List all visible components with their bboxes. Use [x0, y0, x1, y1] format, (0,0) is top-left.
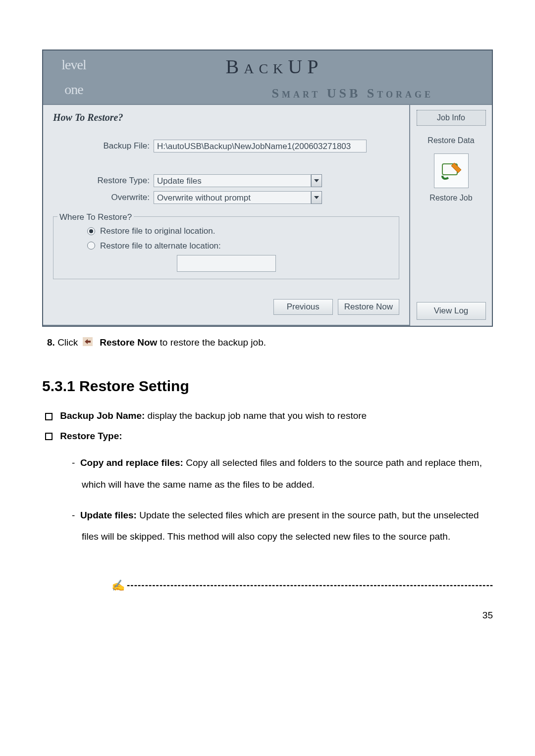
bullet-backup-job-name: Backup Job Name: display the backup job … — [45, 409, 493, 423]
dropdown-icon[interactable] — [311, 191, 322, 204]
backup-file-input[interactable]: H:\autoUSB\Backup\NewJobName1(2006032718… — [154, 140, 367, 152]
backup-file-row: Backup File: H:\autoUSB\Backup\NewJobNam… — [53, 140, 399, 152]
checkbox-bullet-icon — [45, 413, 53, 420]
restore-now-small-icon — [83, 336, 93, 351]
backup-file-label: Backup File: — [53, 140, 150, 152]
backup-app-window: level one BackUP Smart USB Storage How T… — [42, 50, 493, 327]
header-titles: BackUP Smart USB Storage — [96, 52, 483, 103]
restore-job-label: Restore Job — [429, 192, 472, 204]
step-8-click: Click — [57, 337, 78, 348]
restore-now-button[interactable]: Restore Now — [338, 299, 399, 315]
logo-text-bottom: one — [64, 79, 83, 100]
view-log-button[interactable]: View Log — [417, 302, 486, 320]
panel-heading: How To Restore? — [53, 110, 399, 125]
radio-original-row[interactable]: Restore file to original location. — [62, 225, 390, 238]
app-logo: level one — [52, 55, 96, 99]
svg-marker-6 — [314, 179, 319, 182]
svg-marker-7 — [314, 196, 319, 199]
dash2-bold: Update files: — [80, 510, 137, 520]
radio-alternate-row[interactable]: Restore file to alternate location: — [62, 240, 390, 252]
bullet1-rest: display the backup job name that you wis… — [145, 410, 367, 421]
dash-list: - Copy and replace files: Copy all selec… — [72, 452, 493, 548]
restore-job-icon — [439, 159, 463, 183]
where-legend: Where To Restore? — [57, 211, 134, 224]
step-8-number: 8. — [47, 337, 55, 348]
step-8-rest: to restore the backup job. — [157, 337, 266, 348]
note-divider: ✍ --------------------------------------… — [42, 577, 493, 594]
restore-type-label: Restore Type: — [53, 174, 150, 187]
step-8-bold: Restore Now — [100, 337, 157, 348]
dash2-rest: Update the selected files which are pres… — [82, 510, 479, 542]
restore-type-select[interactable]: Update files — [154, 174, 322, 187]
step-8: 8. Click Restore Now to restore the back… — [47, 336, 493, 350]
checkbox-bullet-icon — [45, 433, 53, 440]
app-header: level one BackUP Smart USB Storage — [43, 50, 492, 105]
dash-copy-replace: - Copy and replace files: Copy all selec… — [72, 452, 493, 495]
side-panel: Job Info Restore Data Restore Job View L… — [410, 105, 492, 326]
logo-text-top: level — [61, 54, 86, 75]
alternate-location-input[interactable] — [177, 255, 276, 272]
overwrite-row: Overwrite: Overwrite without prompt — [53, 191, 399, 204]
restore-type-row: Restore Type: Update files — [53, 174, 399, 187]
radio-alternate[interactable] — [87, 242, 95, 250]
radio-original-label: Restore file to original location. — [100, 225, 215, 238]
divider-dashes: ----------------------------------------… — [127, 578, 493, 593]
overwrite-select[interactable]: Overwrite without prompt — [154, 191, 322, 204]
overwrite-label: Overwrite: — [53, 191, 150, 204]
main-panel: How To Restore? Backup File: H:\autoUSB\… — [43, 105, 410, 326]
pen-icon: ✍ — [111, 577, 125, 594]
bullet2-bold: Restore Type: — [60, 431, 122, 441]
overwrite-value: Overwrite without prompt — [154, 191, 311, 204]
app-body: How To Restore? Backup File: H:\autoUSB\… — [43, 105, 492, 326]
dash1-bold: Copy and replace files: — [80, 457, 183, 468]
restore-data-label: Restore Data — [428, 135, 474, 147]
app-subtitle: Smart USB Storage — [96, 84, 453, 103]
previous-button[interactable]: Previous — [273, 299, 333, 315]
restore-job-icon-box[interactable] — [434, 153, 469, 188]
bullet-restore-type: Restore Type: — [45, 429, 493, 444]
dash-update-files: - Update files: Update the selected file… — [72, 504, 493, 548]
radio-alternate-label: Restore file to alternate location: — [100, 240, 221, 252]
restore-type-value: Update files — [154, 174, 311, 187]
bullet-list: Backup Job Name: display the backup job … — [45, 409, 493, 443]
radio-original[interactable] — [87, 227, 95, 235]
dropdown-icon[interactable] — [311, 174, 322, 187]
job-info-button[interactable]: Job Info — [417, 110, 486, 126]
bullet1-bold: Backup Job Name: — [60, 410, 145, 421]
page-number: 35 — [42, 608, 493, 623]
app-title: BackUP — [96, 52, 453, 82]
where-to-restore-group: Where To Restore? Restore file to origin… — [53, 216, 399, 279]
wizard-buttons: Previous Restore Now — [53, 299, 399, 315]
section-heading: 5.3.1 Restore Setting — [42, 375, 493, 397]
